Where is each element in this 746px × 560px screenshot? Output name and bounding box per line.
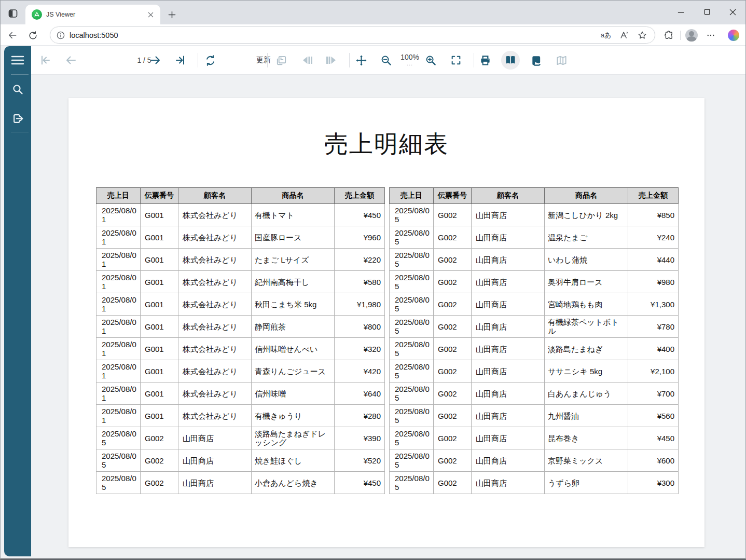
table-cell: 2025/08/01 bbox=[96, 360, 141, 383]
table-cell: G001 bbox=[141, 226, 178, 249]
table-cell: ¥980 bbox=[628, 271, 679, 293]
column-header: 伝票番号 bbox=[434, 188, 472, 204]
galley-mode-button[interactable] bbox=[552, 51, 571, 70]
table-cell: 2025/08/05 bbox=[390, 472, 434, 494]
table-cell: 山田商店 bbox=[178, 472, 252, 494]
extensions-icon[interactable] bbox=[660, 27, 677, 44]
table-cell: ¥600 bbox=[628, 449, 679, 472]
table-cell: G002 bbox=[434, 472, 472, 494]
reload-button[interactable] bbox=[24, 27, 41, 44]
translate-icon[interactable]: aあ bbox=[599, 28, 613, 43]
continuous-view-button[interactable] bbox=[527, 51, 545, 70]
table-cell: G002 bbox=[434, 405, 472, 427]
history-forward-button[interactable] bbox=[323, 51, 341, 70]
table-cell: 株式会社みどり bbox=[178, 271, 252, 293]
table-row: 2025/08/05G002山田商店白あんまんじゅう¥700 bbox=[390, 383, 679, 405]
table-cell: G001 bbox=[141, 316, 178, 338]
url-bar[interactable]: localhost:5050 aあ bbox=[50, 26, 655, 44]
table-cell: 2025/08/05 bbox=[390, 271, 434, 293]
favorites-star-icon[interactable] bbox=[635, 28, 650, 43]
browser-tab[interactable]: JS Viewer bbox=[25, 5, 160, 24]
profile-avatar[interactable] bbox=[683, 27, 700, 44]
table-cell: ¥520 bbox=[335, 449, 385, 472]
url-text[interactable]: localhost:5050 bbox=[70, 31, 595, 39]
table-cell: 淡路島たまねぎドレッシング bbox=[252, 427, 335, 449]
table-cell: G002 bbox=[434, 449, 472, 472]
table-cell: いわし蒲焼 bbox=[545, 249, 628, 271]
history-back-button[interactable] bbox=[297, 51, 316, 70]
sidebar-search-button[interactable] bbox=[4, 78, 31, 101]
fullscreen-button[interactable] bbox=[447, 51, 465, 70]
table-cell: 焼き鮭ほぐし bbox=[252, 449, 335, 472]
table-cell: 新潟こしひかり 2kg bbox=[545, 204, 628, 226]
table-cell: ¥1,980 bbox=[335, 293, 385, 316]
table-cell: 2025/08/05 bbox=[390, 449, 434, 472]
table-cell: 山田商店 bbox=[472, 338, 545, 360]
sidebar-menu-button[interactable] bbox=[4, 49, 31, 72]
tab-close-icon[interactable] bbox=[146, 10, 155, 19]
table-cell: 株式会社みどり bbox=[178, 360, 252, 383]
close-button[interactable] bbox=[721, 1, 744, 23]
read-aloud-icon[interactable] bbox=[617, 28, 631, 43]
table-cell: 2025/08/05 bbox=[390, 204, 434, 226]
workspaces-icon[interactable] bbox=[5, 5, 21, 22]
table-cell: 株式会社みどり bbox=[178, 226, 252, 249]
table-cell: 2025/08/01 bbox=[96, 405, 141, 427]
table-cell: ¥440 bbox=[628, 249, 679, 271]
zoom-level-dropdown[interactable]: 100% ... bbox=[394, 46, 425, 75]
zoom-in-button[interactable] bbox=[421, 51, 440, 70]
table-row: 2025/08/05G002山田商店淡路島たまねぎ¥400 bbox=[390, 338, 679, 360]
table-cell: 2025/08/05 bbox=[390, 226, 434, 249]
sidebar-divider bbox=[11, 74, 29, 75]
table-row: 2025/08/01G001株式会社みどり信州味噌¥640 bbox=[96, 383, 385, 405]
maximize-button[interactable] bbox=[695, 1, 719, 23]
table-cell: 山田商店 bbox=[472, 449, 545, 472]
viewer-sidebar bbox=[4, 46, 31, 556]
single-page-view-button[interactable] bbox=[501, 51, 520, 70]
table-cell: G002 bbox=[434, 204, 472, 226]
previous-page-button[interactable] bbox=[62, 51, 80, 70]
first-page-button[interactable] bbox=[36, 51, 54, 70]
table-row: 2025/08/05G002山田商店うずら卵¥300 bbox=[390, 472, 679, 494]
site-info-icon[interactable] bbox=[57, 31, 65, 39]
table-row: 2025/08/01G001株式会社みどり有機きゅうり¥280 bbox=[96, 405, 385, 427]
table-cell: 2025/08/01 bbox=[96, 338, 141, 360]
zoom-out-button[interactable] bbox=[377, 51, 395, 70]
sidebar-export-button[interactable] bbox=[4, 107, 31, 130]
table-cell: 紀州南高梅干し bbox=[252, 271, 335, 293]
pan-tool-button[interactable] bbox=[352, 51, 370, 70]
refresh-button[interactable] bbox=[201, 51, 219, 70]
table-row: 2025/08/01G001株式会社みどり青森りんごジュース¥420 bbox=[96, 360, 385, 383]
table-cell: G002 bbox=[434, 383, 472, 405]
report-page: 売上明細表 売上日伝票番号顧客名商品名売上金額2025/08/01G001株式会… bbox=[68, 98, 704, 547]
table-cell: ¥2,100 bbox=[628, 360, 679, 383]
column-header: 売上金額 bbox=[628, 188, 679, 204]
tab-favicon bbox=[32, 9, 42, 20]
next-page-button[interactable] bbox=[146, 51, 164, 70]
back-to-parent-report-button[interactable] bbox=[272, 51, 291, 70]
back-button[interactable] bbox=[4, 27, 21, 44]
copilot-icon[interactable] bbox=[725, 27, 742, 44]
address-bar: localhost:5050 aあ bbox=[1, 24, 745, 46]
minimize-button[interactable] bbox=[669, 1, 693, 23]
more-menu-icon[interactable] bbox=[702, 27, 719, 44]
table-cell: 株式会社みどり bbox=[178, 293, 252, 316]
zoom-menu-dots: ... bbox=[407, 60, 413, 67]
table-row: 2025/08/05G002山田商店温泉たまご¥240 bbox=[390, 226, 679, 249]
hamburger-icon bbox=[11, 54, 24, 66]
viewer-canvas[interactable]: 売上明細表 売上日伝票番号顧客名商品名売上金額2025/08/01G001株式会… bbox=[1, 75, 745, 560]
address-bar-divider bbox=[680, 31, 681, 40]
column-header: 伝票番号 bbox=[141, 188, 178, 204]
table-row: 2025/08/05G002山田商店ササニシキ 5kg¥2,100 bbox=[390, 360, 679, 383]
last-page-button[interactable] bbox=[171, 51, 190, 70]
table-row: 2025/08/01G001株式会社みどり国産豚ロース¥960 bbox=[96, 226, 385, 249]
table-cell: 2025/08/05 bbox=[390, 427, 434, 449]
table-cell: ¥960 bbox=[335, 226, 385, 249]
table-cell: G001 bbox=[141, 204, 178, 226]
table-cell: 2025/08/05 bbox=[96, 449, 141, 472]
table-row: 2025/08/05G002山田商店有機緑茶ペットボトル¥780 bbox=[390, 316, 679, 338]
print-button[interactable] bbox=[476, 51, 494, 70]
new-tab-button[interactable] bbox=[164, 7, 179, 22]
column-header: 売上日 bbox=[390, 188, 434, 204]
column-header: 売上日 bbox=[96, 188, 141, 204]
